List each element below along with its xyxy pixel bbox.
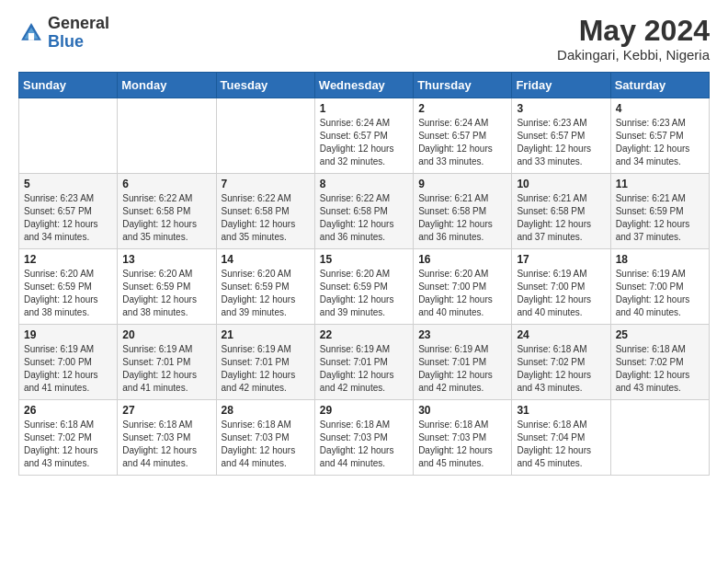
cell-sun-info: Sunrise: 6:23 AM Sunset: 6:57 PM Dayligh… [24, 192, 112, 244]
calendar-cell: 16Sunrise: 6:20 AM Sunset: 7:00 PM Dayli… [414, 249, 512, 325]
cell-sun-info: Sunrise: 6:19 AM Sunset: 7:00 PM Dayligh… [616, 268, 704, 319]
cell-day-number: 23 [418, 328, 506, 341]
cell-day-number: 17 [517, 253, 605, 266]
calendar-cell: 21Sunrise: 6:19 AM Sunset: 7:01 PM Dayli… [216, 325, 314, 400]
cell-day-number: 14 [222, 253, 310, 266]
calendar-cell: 14Sunrise: 6:20 AM Sunset: 6:59 PM Dayli… [216, 249, 314, 325]
cell-sun-info: Sunrise: 6:24 AM Sunset: 6:57 PM Dayligh… [418, 117, 506, 168]
calendar-cell: 18Sunrise: 6:19 AM Sunset: 7:00 PM Dayli… [610, 249, 709, 325]
calendar-cell: 30Sunrise: 6:18 AM Sunset: 7:03 PM Dayli… [414, 400, 512, 476]
cell-day-number: 27 [122, 404, 210, 417]
calendar-cell: 4Sunrise: 6:23 AM Sunset: 6:57 PM Daylig… [610, 98, 709, 174]
cell-sun-info: Sunrise: 6:21 AM Sunset: 6:59 PM Dayligh… [616, 192, 704, 244]
calendar-cell: 10Sunrise: 6:21 AM Sunset: 6:58 PM Dayli… [512, 174, 610, 249]
cell-day-number: 4 [616, 102, 704, 115]
cell-day-number: 20 [122, 328, 210, 341]
logo-icon [18, 20, 44, 46]
logo-text: General Blue [48, 15, 109, 52]
header-cell-tuesday: Tuesday [216, 73, 314, 98]
header-cell-saturday: Saturday [610, 73, 709, 98]
cell-day-number: 10 [517, 178, 605, 190]
cell-day-number: 18 [616, 253, 704, 266]
page: General Blue May 2024 Dakingari, Kebbi, … [0, 0, 728, 563]
cell-day-number: 8 [320, 178, 408, 190]
cell-day-number: 29 [320, 404, 408, 417]
week-row-5: 26Sunrise: 6:18 AM Sunset: 7:02 PM Dayli… [19, 400, 710, 476]
week-row-2: 5Sunrise: 6:23 AM Sunset: 6:57 PM Daylig… [19, 174, 710, 249]
cell-day-number: 9 [418, 178, 506, 190]
cell-day-number: 7 [222, 178, 310, 190]
header-row: SundayMondayTuesdayWednesdayThursdayFrid… [19, 73, 710, 98]
calendar-cell: 7Sunrise: 6:22 AM Sunset: 6:58 PM Daylig… [216, 174, 314, 249]
subtitle: Dakingari, Kebbi, Nigeria [557, 47, 710, 63]
cell-day-number: 28 [222, 404, 310, 417]
calendar-cell: 5Sunrise: 6:23 AM Sunset: 6:57 PM Daylig… [19, 174, 118, 249]
cell-sun-info: Sunrise: 6:20 AM Sunset: 6:59 PM Dayligh… [122, 268, 210, 319]
header-cell-friday: Friday [512, 73, 610, 98]
header: General Blue May 2024 Dakingari, Kebbi, … [18, 15, 710, 63]
cell-sun-info: Sunrise: 6:22 AM Sunset: 6:58 PM Dayligh… [320, 192, 408, 244]
header-cell-thursday: Thursday [414, 73, 512, 98]
calendar-cell: 28Sunrise: 6:18 AM Sunset: 7:03 PM Dayli… [216, 400, 314, 476]
cell-sun-info: Sunrise: 6:18 AM Sunset: 7:03 PM Dayligh… [222, 419, 310, 470]
calendar-cell: 29Sunrise: 6:18 AM Sunset: 7:03 PM Dayli… [314, 400, 413, 476]
cell-sun-info: Sunrise: 6:19 AM Sunset: 7:01 PM Dayligh… [418, 343, 506, 395]
cell-day-number: 16 [418, 253, 506, 266]
calendar-body: 1Sunrise: 6:24 AM Sunset: 6:57 PM Daylig… [19, 98, 710, 476]
cell-day-number: 11 [616, 178, 704, 190]
calendar-cell: 9Sunrise: 6:21 AM Sunset: 6:58 PM Daylig… [414, 174, 512, 249]
cell-sun-info: Sunrise: 6:20 AM Sunset: 7:00 PM Dayligh… [418, 268, 506, 319]
cell-day-number: 15 [320, 253, 408, 266]
cell-day-number: 3 [517, 102, 605, 115]
cell-sun-info: Sunrise: 6:18 AM Sunset: 7:02 PM Dayligh… [517, 343, 605, 395]
calendar-cell: 26Sunrise: 6:18 AM Sunset: 7:02 PM Dayli… [19, 400, 118, 476]
calendar-header: SundayMondayTuesdayWednesdayThursdayFrid… [19, 73, 710, 98]
cell-sun-info: Sunrise: 6:18 AM Sunset: 7:04 PM Dayligh… [517, 419, 605, 470]
cell-sun-info: Sunrise: 6:23 AM Sunset: 6:57 PM Dayligh… [517, 117, 605, 168]
week-row-1: 1Sunrise: 6:24 AM Sunset: 6:57 PM Daylig… [19, 98, 710, 174]
cell-day-number: 24 [517, 328, 605, 341]
calendar-cell: 22Sunrise: 6:19 AM Sunset: 7:01 PM Dayli… [314, 325, 413, 400]
cell-day-number: 22 [320, 328, 408, 341]
header-cell-monday: Monday [118, 73, 216, 98]
calendar-cell: 3Sunrise: 6:23 AM Sunset: 6:57 PM Daylig… [512, 98, 610, 174]
cell-sun-info: Sunrise: 6:19 AM Sunset: 7:00 PM Dayligh… [517, 268, 605, 319]
cell-day-number: 2 [418, 102, 506, 115]
calendar-cell: 8Sunrise: 6:22 AM Sunset: 6:58 PM Daylig… [314, 174, 413, 249]
cell-day-number: 1 [320, 102, 408, 115]
calendar-cell [610, 400, 709, 476]
cell-sun-info: Sunrise: 6:24 AM Sunset: 6:57 PM Dayligh… [320, 117, 408, 168]
cell-sun-info: Sunrise: 6:22 AM Sunset: 6:58 PM Dayligh… [122, 192, 210, 244]
cell-day-number: 30 [418, 404, 506, 417]
calendar-cell [19, 98, 118, 174]
cell-sun-info: Sunrise: 6:19 AM Sunset: 7:01 PM Dayligh… [320, 343, 408, 395]
header-cell-wednesday: Wednesday [314, 73, 413, 98]
calendar-cell: 31Sunrise: 6:18 AM Sunset: 7:04 PM Dayli… [512, 400, 610, 476]
calendar-cell: 13Sunrise: 6:20 AM Sunset: 6:59 PM Dayli… [118, 249, 216, 325]
cell-day-number: 5 [24, 178, 112, 190]
calendar-cell: 20Sunrise: 6:19 AM Sunset: 7:01 PM Dayli… [118, 325, 216, 400]
cell-sun-info: Sunrise: 6:18 AM Sunset: 7:03 PM Dayligh… [320, 419, 408, 470]
calendar-table: SundayMondayTuesdayWednesdayThursdayFrid… [18, 72, 710, 476]
cell-sun-info: Sunrise: 6:18 AM Sunset: 7:02 PM Dayligh… [24, 419, 112, 470]
cell-sun-info: Sunrise: 6:19 AM Sunset: 7:00 PM Dayligh… [24, 343, 112, 395]
calendar-cell: 17Sunrise: 6:19 AM Sunset: 7:00 PM Dayli… [512, 249, 610, 325]
cell-sun-info: Sunrise: 6:18 AM Sunset: 7:03 PM Dayligh… [418, 419, 506, 470]
title-block: May 2024 Dakingari, Kebbi, Nigeria [557, 15, 710, 63]
calendar-cell: 1Sunrise: 6:24 AM Sunset: 6:57 PM Daylig… [314, 98, 413, 174]
cell-day-number: 12 [24, 253, 112, 266]
cell-day-number: 21 [222, 328, 310, 341]
header-cell-sunday: Sunday [19, 73, 118, 98]
cell-sun-info: Sunrise: 6:20 AM Sunset: 6:59 PM Dayligh… [320, 268, 408, 319]
calendar-cell [216, 98, 314, 174]
calendar-cell: 11Sunrise: 6:21 AM Sunset: 6:59 PM Dayli… [610, 174, 709, 249]
week-row-3: 12Sunrise: 6:20 AM Sunset: 6:59 PM Dayli… [19, 249, 710, 325]
calendar-cell: 15Sunrise: 6:20 AM Sunset: 6:59 PM Dayli… [314, 249, 413, 325]
cell-sun-info: Sunrise: 6:21 AM Sunset: 6:58 PM Dayligh… [418, 192, 506, 244]
cell-sun-info: Sunrise: 6:18 AM Sunset: 7:03 PM Dayligh… [122, 419, 210, 470]
main-title: May 2024 [557, 15, 710, 47]
calendar-cell [118, 98, 216, 174]
cell-sun-info: Sunrise: 6:18 AM Sunset: 7:02 PM Dayligh… [616, 343, 704, 395]
calendar-cell: 24Sunrise: 6:18 AM Sunset: 7:02 PM Dayli… [512, 325, 610, 400]
cell-sun-info: Sunrise: 6:22 AM Sunset: 6:58 PM Dayligh… [222, 192, 310, 244]
